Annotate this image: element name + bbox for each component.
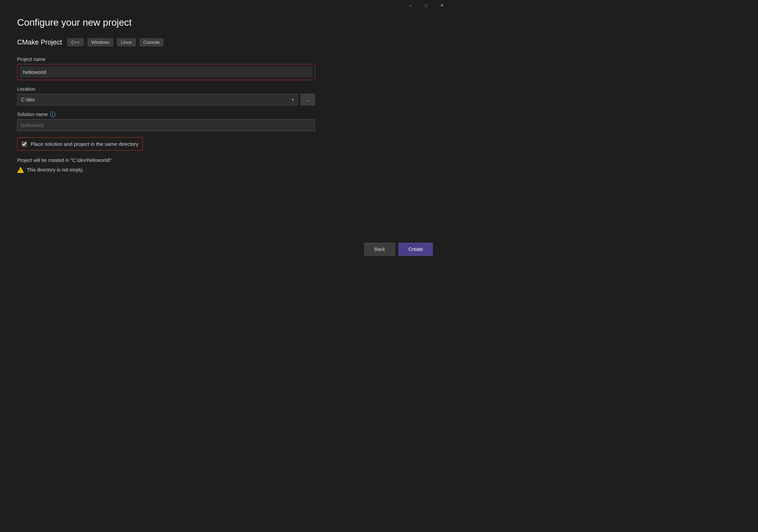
create-button[interactable]: Create	[399, 243, 433, 256]
tag-windows: Windows	[88, 38, 113, 46]
close-button[interactable]: ✕	[434, 0, 450, 11]
creation-path-text: Project will be created in "C:\dev\hello…	[17, 157, 315, 163]
project-name-wrapper	[17, 64, 315, 80]
warning-triangle	[17, 167, 24, 173]
same-directory-label: Place solution and project in the same d…	[30, 141, 138, 147]
project-type-name: CMake Project	[17, 38, 62, 46]
location-label: Location	[17, 86, 315, 92]
maximize-button[interactable]: □	[418, 0, 434, 11]
solution-name-input[interactable]	[17, 119, 315, 131]
bottom-bar: Back Create	[364, 243, 433, 256]
location-select-wrapper: C:\dev ▼	[17, 94, 298, 105]
tag-linux: Linux	[117, 38, 135, 46]
location-row: C:\dev ▼ ...	[17, 94, 315, 105]
project-name-label: Project name	[17, 56, 315, 62]
back-button[interactable]: Back	[364, 243, 395, 256]
info-icon[interactable]: i	[50, 112, 55, 117]
main-content: Configure your new project CMake Project…	[0, 0, 450, 187]
same-directory-checkbox-row[interactable]: Place solution and project in the same d…	[17, 137, 143, 151]
tag-console: Console	[140, 38, 164, 46]
tag-cpp: C++	[67, 38, 84, 46]
same-directory-checkbox[interactable]	[22, 141, 27, 147]
minimize-button[interactable]: ─	[403, 0, 418, 11]
form-section: Project name Location C:\dev ▼ ... Solut	[17, 56, 315, 173]
solution-name-label: Solution name i	[17, 112, 315, 117]
solution-name-group: Solution name i	[17, 112, 315, 131]
page-title: Configure your new project	[17, 17, 433, 28]
warning-text: This directory is not empty.	[27, 167, 84, 173]
browse-button[interactable]: ...	[301, 94, 315, 105]
title-bar: ─ □ ✕	[403, 0, 450, 11]
location-select[interactable]: C:\dev	[17, 94, 298, 105]
project-name-group: Project name	[17, 56, 315, 80]
location-group: Location C:\dev ▼ ...	[17, 86, 315, 105]
project-name-input[interactable]	[20, 66, 313, 78]
warning-icon	[17, 166, 24, 173]
project-type-row: CMake Project C++ Windows Linux Console	[17, 38, 433, 46]
warning-row: This directory is not empty.	[17, 166, 315, 173]
